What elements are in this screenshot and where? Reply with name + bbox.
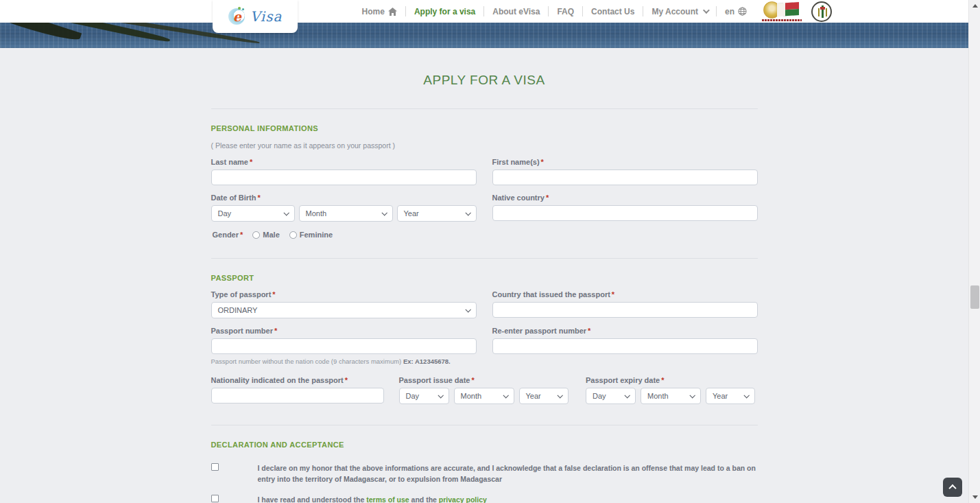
declaration-item: I declare on my honor that the above inf… — [211, 463, 758, 485]
evisa-logo-text: Visa — [250, 8, 283, 25]
emblem-caption — [762, 19, 802, 21]
passport-number-input[interactable] — [211, 338, 477, 354]
terms-agreement-checkbox[interactable] — [211, 495, 219, 502]
chevron-down-icon — [624, 393, 630, 398]
section-personal-informations: PERSONAL INFORMATIONS — [211, 124, 758, 132]
issue-month-select[interactable]: Month — [454, 388, 514, 404]
expiry-year-select[interactable]: Year — [706, 388, 755, 404]
evisa-logo[interactable]: e Visa — [213, 0, 298, 33]
nav-about-evisa[interactable]: About eVisa — [484, 7, 548, 16]
radio-icon — [289, 231, 297, 239]
hero-banner — [0, 23, 968, 48]
required-asterisk: * — [541, 158, 544, 166]
date-of-birth-label: Date of Birth* — [211, 194, 477, 202]
chevron-down-icon — [465, 210, 470, 215]
scrollbar-down-arrow[interactable] — [969, 491, 980, 503]
declaration-accuracy-checkbox[interactable] — [211, 463, 219, 471]
chevron-down-icon — [503, 393, 508, 398]
passport-number-hint: Passport number without the nation code … — [211, 358, 477, 365]
divider — [211, 425, 758, 425]
nav-my-account[interactable]: My Account — [643, 7, 716, 16]
nav-faq[interactable]: FAQ — [549, 7, 582, 16]
vertical-scrollbar[interactable] — [968, 0, 980, 503]
government-emblems — [762, 1, 832, 22]
scrollbar-up-arrow[interactable] — [969, 0, 980, 12]
birth-month-select[interactable]: Month — [299, 205, 393, 222]
birth-year-select[interactable]: Year — [397, 205, 477, 222]
passport-name-hint: ( Please enter your name as it appears o… — [211, 141, 758, 150]
required-asterisk: * — [250, 158, 252, 166]
divider — [211, 258, 758, 259]
chevron-down-icon — [283, 210, 289, 215]
issuing-country-label: Country that issued the passport* — [492, 290, 758, 299]
privacy-policy-link[interactable]: privacy policy — [439, 495, 487, 503]
evisa-logo-icon: e — [228, 6, 249, 27]
expiry-day-select[interactable]: Day — [586, 388, 636, 404]
madagascar-ministry-emblem — [762, 1, 802, 22]
type-of-passport-select[interactable]: ORDINARY — [211, 302, 477, 318]
required-asterisk: * — [661, 376, 664, 384]
chevron-down-icon — [743, 393, 749, 398]
reenter-passport-number-label: Re-enter passport number* — [492, 327, 758, 335]
native-country-input[interactable] — [492, 205, 758, 221]
scrollbar-thumb[interactable] — [970, 285, 979, 309]
terms-agreement-text: I have read and understood the terms of … — [258, 494, 758, 503]
chevron-down-icon — [465, 307, 470, 312]
madagascar-flag-icon — [777, 1, 799, 16]
section-passport: PASSPORT — [211, 274, 758, 282]
declaration-accuracy-text: I declare on my honor that the above inf… — [258, 463, 758, 485]
page: e Visa Home Apply for a visa About eVisa… — [0, 0, 968, 503]
home-icon — [388, 8, 397, 16]
gender-label: Gender* — [213, 231, 243, 239]
birth-day-select[interactable]: Day — [211, 205, 295, 222]
header: e Visa Home Apply for a visa About eVisa… — [0, 0, 968, 23]
required-asterisk: * — [471, 376, 474, 384]
passport-expiry-date-label: Passport expiry date* — [586, 376, 758, 384]
required-asterisk: * — [546, 194, 549, 202]
declaration-item: I have read and understood the terms of … — [211, 494, 758, 503]
page-title: APPLY FOR A VISA — [211, 73, 758, 88]
chevron-down-icon — [381, 210, 387, 215]
chevron-down-icon — [557, 393, 562, 398]
issue-year-select[interactable]: Year — [519, 388, 569, 404]
madagascar-coat-of-arms — [811, 1, 832, 22]
scroll-to-top-button[interactable] — [943, 478, 962, 497]
chevron-down-icon — [689, 393, 695, 398]
expiry-month-select[interactable]: Month — [641, 388, 701, 404]
last-name-input[interactable] — [211, 169, 477, 185]
first-name-label: First name(s)* — [492, 158, 758, 166]
passport-number-label: Passport number* — [211, 327, 477, 335]
required-asterisk: * — [612, 290, 614, 299]
required-asterisk: * — [274, 327, 277, 335]
gender-feminine-radio[interactable]: Feminine — [289, 231, 333, 239]
nav-language[interactable]: en — [717, 7, 755, 16]
required-asterisk: * — [588, 327, 590, 335]
required-asterisk: * — [240, 231, 243, 239]
nationality-input[interactable] — [211, 388, 384, 403]
required-asterisk: * — [258, 194, 261, 202]
chevron-down-icon — [703, 7, 710, 14]
passport-issue-date-label: Passport issue date* — [399, 376, 571, 384]
native-country-label: Native country* — [492, 194, 758, 202]
last-name-label: Last name* — [211, 158, 477, 166]
radio-icon — [252, 231, 260, 239]
globe-icon — [738, 7, 747, 16]
nav-home[interactable]: Home — [354, 7, 405, 16]
main-nav: Home Apply for a visa About eVisa FAQ Co… — [354, 6, 755, 16]
nationality-label: Nationality indicated on the passport* — [211, 376, 384, 384]
chevron-up-icon — [948, 484, 956, 492]
issuing-country-input[interactable] — [492, 302, 758, 318]
required-asterisk: * — [345, 376, 348, 384]
chevron-down-icon — [438, 393, 443, 398]
type-of-passport-label: Type of passport* — [211, 290, 477, 299]
nav-contact-us[interactable]: Contact Us — [583, 7, 643, 16]
nav-apply-for-a-visa[interactable]: Apply for a visa — [406, 7, 483, 16]
terms-of-use-link[interactable]: terms of use — [366, 495, 409, 503]
reenter-passport-number-input[interactable] — [492, 338, 758, 354]
gender-male-radio[interactable]: Male — [252, 231, 279, 239]
issue-day-select[interactable]: Day — [399, 388, 449, 404]
section-declaration: DECLARATION AND ACCEPTANCE — [211, 441, 758, 449]
gender-field: Gender* Male Feminine — [211, 231, 758, 239]
first-name-input[interactable] — [492, 169, 758, 185]
required-asterisk: * — [272, 290, 275, 299]
